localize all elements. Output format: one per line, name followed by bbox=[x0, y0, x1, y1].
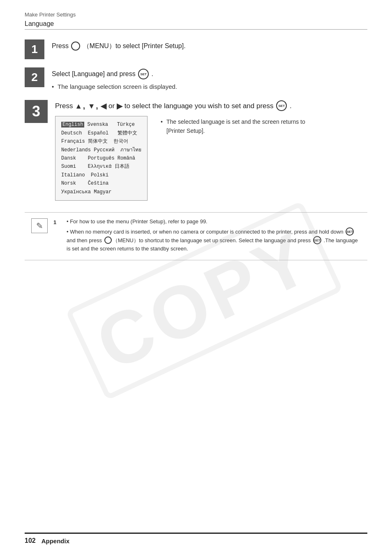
arrow-right-icon: ▶ bbox=[117, 101, 122, 112]
lang-screen-note: The selected language is set and the scr… bbox=[161, 116, 317, 135]
arrow-down-icon: ▼ bbox=[88, 101, 95, 112]
step-2-period: . bbox=[152, 70, 153, 77]
step-2-text: Select [Language] and press bbox=[52, 70, 137, 77]
step-3-number: 3 bbox=[25, 100, 48, 123]
step-2-row: 2 Select [Language] and press . The lang… bbox=[25, 67, 367, 92]
language-area: English Svenska Türkçe Deutsch Español 繁… bbox=[55, 116, 317, 201]
page-header-title: Make Printer Settings bbox=[25, 12, 76, 18]
set-icon-2 bbox=[138, 69, 149, 79]
step-2-number: 2 bbox=[25, 67, 44, 87]
section-title: Language bbox=[25, 20, 367, 30]
arrow-up-icon: ▲ bbox=[75, 101, 82, 112]
note-number: 1 bbox=[53, 218, 61, 227]
step-2-bullet: The language selection screen is display… bbox=[52, 82, 367, 92]
step-1-row: 1 Press （MENU）to select [Printer Setup]. bbox=[25, 39, 367, 59]
step-1-content: Press （MENU）to select [Printer Setup]. bbox=[52, 39, 367, 51]
page-footer-label: Appendix bbox=[42, 537, 69, 544]
step-3-text-after-arrows: to select the language you wish to set a… bbox=[125, 102, 276, 110]
page-number: 102 bbox=[25, 537, 36, 544]
menu-icon bbox=[71, 42, 80, 51]
step-3-main-text: Press ▲, ▼, ◀ or ▶ to select the languag… bbox=[55, 101, 317, 112]
step-3-content: Press ▲, ▼, ◀ or ▶ to select the languag… bbox=[55, 99, 317, 201]
lang-english: English bbox=[61, 122, 84, 127]
note-item-2: • When no memory card is inserted, or wh… bbox=[67, 228, 361, 253]
page: Make Printer Settings Language 1 Press （… bbox=[0, 0, 392, 556]
note-text-block: • For how to use the menu (Printer Setup… bbox=[67, 218, 361, 255]
set-icon-note bbox=[346, 227, 354, 236]
menu-icon-note bbox=[104, 236, 112, 244]
step-2-content: Select [Language] and press . The langua… bbox=[52, 67, 367, 92]
page-header: Make Printer Settings bbox=[25, 12, 367, 18]
lang-note-bullet: The selected language is set and the scr… bbox=[161, 118, 317, 135]
note-item-1: • For how to use the menu (Printer Setup… bbox=[67, 218, 361, 226]
page-footer: 102 Appendix bbox=[25, 533, 367, 544]
step-3-period: . bbox=[290, 102, 292, 110]
language-screen: English Svenska Türkçe Deutsch Español 繁… bbox=[55, 116, 148, 201]
step-1-press-label: Press bbox=[52, 42, 70, 49]
note-icon bbox=[31, 218, 48, 233]
set-icon-3 bbox=[276, 100, 287, 111]
step-1-text: （MENU）to select [Printer Setup]. bbox=[83, 42, 186, 49]
arrow-left-icon: ◀ bbox=[101, 101, 106, 112]
step-3-press: Press bbox=[55, 102, 75, 110]
step-1-number: 1 bbox=[25, 39, 44, 59]
step-3-row: 3 Press ▲, ▼, ◀ or ▶ to select the langu… bbox=[25, 99, 367, 201]
step-3-or: or bbox=[108, 102, 117, 110]
note-box: 1 • For how to use the menu (Printer Set… bbox=[25, 212, 367, 260]
set-icon-note2 bbox=[313, 236, 321, 244]
